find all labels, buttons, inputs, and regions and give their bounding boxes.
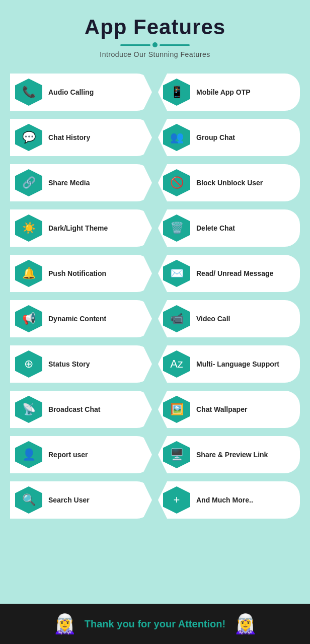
- feature-icon-multi-language-support: Az: [163, 350, 190, 378]
- feature-icon-status-story: ⊕: [15, 350, 42, 378]
- footer-text-plain: Thank you for your: [85, 618, 178, 629]
- feature-label-report-user: Report user: [48, 450, 88, 459]
- header: App Features Introduce Our Stunning Feat…: [10, 15, 300, 58]
- divider-dot: [152, 42, 158, 47]
- feature-label-and-much-more: And Much More..: [196, 495, 253, 505]
- features-grid: 📞Audio Calling📱Mobile App OTP💬Chat Histo…: [10, 74, 300, 519]
- feature-icon-chat-wallpaper: 🖼️: [163, 396, 190, 423]
- feature-item-and-much-more: +And Much More..: [158, 481, 300, 519]
- feature-item-share-preview-link: 🖥️Share & Preview Link: [158, 436, 300, 473]
- feature-label-group-chat: Group Chat: [196, 133, 235, 142]
- feature-item-block-unblock-user: 🚫Block Unblock User: [158, 164, 300, 201]
- feature-item-chat-history: 💬Chat History: [10, 119, 152, 156]
- header-divider: [10, 42, 300, 47]
- feature-icon-read-unread-message: ✉️: [163, 260, 190, 287]
- footer: 🧝‍♀️ Thank you for your Attention! 🧝‍♀️: [0, 604, 310, 644]
- feature-icon-chat-history: 💬: [15, 124, 42, 151]
- header-subtitle: Introduce Our Stunning Features: [10, 50, 300, 58]
- feature-item-status-story: ⊕Status Story: [10, 345, 152, 383]
- feature-icon-and-much-more: +: [163, 486, 190, 514]
- feature-icon-push-notification: 🔔: [15, 260, 42, 287]
- footer-text-highlight: Attention!: [178, 618, 225, 629]
- footer-text: Thank you for your Attention!: [85, 618, 225, 630]
- feature-item-video-call: 📹Video Call: [158, 300, 300, 337]
- feature-item-report-user: 👤Report user: [10, 436, 152, 473]
- feature-item-broadcast-chat: 📡Broadcast Chat: [10, 391, 152, 428]
- feature-icon-audio-calling: 📞: [15, 79, 42, 106]
- feature-label-delete-chat: Delete Chat: [196, 224, 235, 233]
- feature-item-dark-light-theme: ☀️Dark/Light Theme: [10, 209, 152, 247]
- feature-item-read-unread-message: ✉️Read/ Unread Message: [158, 255, 300, 292]
- feature-icon-block-unblock-user: 🚫: [163, 169, 190, 196]
- feature-label-chat-wallpaper: Chat Wallpaper: [196, 405, 247, 414]
- footer-emoji-left: 🧝‍♀️: [53, 613, 76, 635]
- main-content: App Features Introduce Our Stunning Feat…: [0, 0, 310, 604]
- feature-item-search-user: 🔍Search User: [10, 481, 152, 519]
- feature-item-multi-language-support: AzMulti- Language Support: [158, 345, 300, 383]
- feature-label-status-story: Status Story: [48, 360, 90, 369]
- feature-item-chat-wallpaper: 🖼️Chat Wallpaper: [158, 391, 300, 428]
- feature-item-group-chat: 👥Group Chat: [158, 119, 300, 156]
- feature-icon-broadcast-chat: 📡: [15, 396, 42, 423]
- feature-label-push-notification: Push Notification: [48, 269, 106, 278]
- feature-label-mobile-app-otp: Mobile App OTP: [196, 88, 251, 97]
- feature-label-share-preview-link: Share & Preview Link: [196, 450, 268, 459]
- feature-label-search-user: Search User: [48, 495, 90, 505]
- feature-label-video-call: Video Call: [196, 314, 230, 323]
- feature-icon-mobile-app-otp: 📱: [163, 79, 190, 106]
- feature-icon-share-preview-link: 🖥️: [163, 441, 190, 468]
- feature-label-audio-calling: Audio Calling: [48, 88, 94, 97]
- feature-label-broadcast-chat: Broadcast Chat: [48, 405, 100, 414]
- feature-item-push-notification: 🔔Push Notification: [10, 255, 152, 292]
- feature-label-dynamic-content: Dynamic Content: [48, 314, 106, 323]
- feature-icon-delete-chat: 🗑️: [163, 214, 190, 242]
- divider-line-left: [120, 44, 150, 46]
- feature-item-dynamic-content: 📢Dynamic Content: [10, 300, 152, 337]
- feature-item-audio-calling: 📞Audio Calling: [10, 74, 152, 111]
- feature-icon-dynamic-content: 📢: [15, 305, 42, 332]
- feature-icon-share-media: 🔗: [15, 169, 42, 196]
- feature-label-block-unblock-user: Block Unblock User: [196, 178, 263, 187]
- feature-icon-report-user: 👤: [15, 441, 42, 468]
- feature-item-delete-chat: 🗑️Delete Chat: [158, 209, 300, 247]
- feature-label-share-media: Share Media: [48, 178, 90, 187]
- feature-item-share-media: 🔗Share Media: [10, 164, 152, 201]
- feature-icon-video-call: 📹: [163, 305, 190, 332]
- feature-icon-search-user: 🔍: [15, 486, 42, 514]
- feature-label-read-unread-message: Read/ Unread Message: [196, 269, 273, 278]
- feature-icon-group-chat: 👥: [163, 124, 190, 151]
- page-title: App Features: [10, 15, 300, 39]
- divider-line-right: [160, 44, 190, 46]
- feature-item-mobile-app-otp: 📱Mobile App OTP: [158, 74, 300, 111]
- feature-label-multi-language-support: Multi- Language Support: [196, 360, 279, 369]
- feature-label-dark-light-theme: Dark/Light Theme: [48, 224, 108, 233]
- footer-emoji-right: 🧝‍♀️: [234, 613, 257, 635]
- feature-label-chat-history: Chat History: [48, 133, 90, 142]
- feature-icon-dark-light-theme: ☀️: [15, 214, 42, 242]
